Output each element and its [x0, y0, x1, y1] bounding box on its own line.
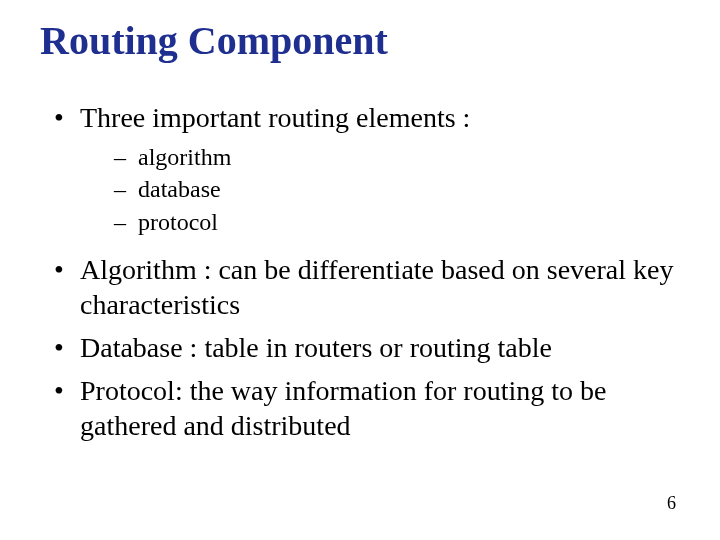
bullet-text: Protocol: the way information for routin…	[80, 375, 606, 441]
slide: Routing Component Three important routin…	[0, 0, 720, 540]
sub-bullet-item: database	[114, 173, 680, 205]
bullet-text: Database : table in routers or routing t…	[80, 332, 552, 363]
sub-bullet-text: algorithm	[138, 144, 231, 170]
sub-bullet-item: algorithm	[114, 141, 680, 173]
bullet-item: Protocol: the way information for routin…	[54, 373, 680, 443]
bullet-item: Algorithm : can be differentiate based o…	[54, 252, 680, 322]
bullet-item: Three important routing elements : algor…	[54, 100, 680, 238]
sub-bullet-list: algorithm database protocol	[80, 141, 680, 238]
page-number: 6	[667, 493, 676, 514]
bullet-text: Algorithm : can be differentiate based o…	[80, 254, 673, 320]
sub-bullet-item: protocol	[114, 206, 680, 238]
slide-title: Routing Component	[40, 18, 680, 64]
sub-bullet-text: database	[138, 176, 221, 202]
bullet-item: Database : table in routers or routing t…	[54, 330, 680, 365]
sub-bullet-text: protocol	[138, 209, 218, 235]
bullet-list: Three important routing elements : algor…	[40, 100, 680, 443]
bullet-text: Three important routing elements :	[80, 102, 470, 133]
